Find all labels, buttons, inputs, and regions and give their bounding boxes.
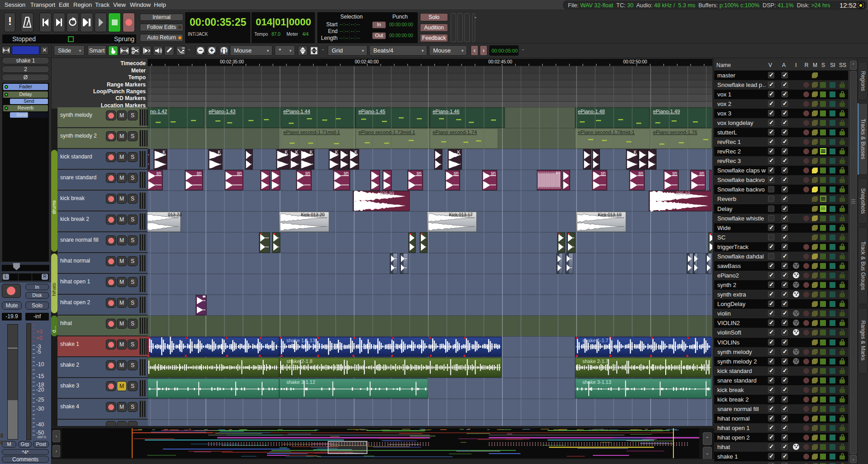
svg-text:−: − — [199, 47, 202, 54]
svg-text:sn: sn — [491, 171, 496, 176]
svg-text:ePiano-1.44: ePiano-1.44 — [283, 109, 310, 114]
svg-text:shake 1-1.7: shake 1-1.7 — [582, 338, 608, 343]
svg-text:shake 2-1.7: shake 2-1.7 — [582, 359, 608, 364]
svg-text:K: K — [295, 150, 298, 155]
svg-text:sn: sn — [699, 171, 704, 176]
svg-text:sn: sn — [156, 171, 161, 176]
svg-text:sn: sn — [196, 171, 201, 176]
svg-text:K: K — [310, 150, 313, 155]
svg-text:ePiano second-1.73mid-1: ePiano second-1.73mid-1 — [358, 129, 415, 135]
svg-text:K: K — [634, 150, 637, 155]
svg-text:sn: sn — [601, 171, 606, 176]
svg-text:K: K — [285, 150, 288, 155]
svg-text:shake 3-1.13: shake 3-1.13 — [582, 379, 611, 385]
svg-text:sn: sn — [237, 171, 242, 176]
svg-text:sn: sn — [416, 171, 421, 176]
svg-text:00:02:45:00: 00:02:45:00 — [488, 59, 512, 64]
svg-text:00:02:50:00: 00:02:50:00 — [623, 59, 647, 64]
svg-text:K: K — [354, 150, 358, 155]
svg-text:026.19: 026.19 — [676, 191, 690, 196]
svg-text:ePiano-1.49: ePiano-1.49 — [653, 109, 680, 114]
svg-text:K: K — [335, 150, 338, 155]
svg-text:shake 3-1.12: shake 3-1.12 — [286, 379, 315, 385]
svg-text:ePiano second-1.76: ePiano second-1.76 — [653, 129, 697, 135]
svg-text:K: K — [457, 150, 460, 155]
svg-text:sn: sn — [343, 171, 348, 176]
svg-text:shake 2-1.8: shake 2-1.8 — [286, 359, 312, 364]
svg-text:ePiano-1.45: ePiano-1.45 — [358, 109, 385, 114]
svg-text:shake 1-1.13: shake 1-1.13 — [286, 338, 315, 343]
svg-text:[ ]: [ ] — [222, 48, 227, 53]
svg-text:00:02:40:00: 00:02:40:00 — [355, 59, 379, 64]
svg-text:sn: sn — [305, 171, 310, 176]
svg-text:sn: sn — [638, 171, 643, 176]
svg-text:Kick 013.20: Kick 013.20 — [301, 212, 325, 217]
svg-text:no-1.42: no-1.42 — [150, 109, 167, 114]
svg-text:K: K — [218, 150, 221, 155]
svg-text:013.23: 013.23 — [168, 212, 182, 217]
svg-text:Kick 013.19: Kick 013.19 — [598, 212, 622, 217]
svg-text:+: + — [210, 47, 214, 54]
svg-text:sn: sn — [672, 171, 677, 176]
svg-text:00:02:35:00: 00:02:35:00 — [220, 59, 244, 64]
svg-text:ePiano second-1.74: ePiano second-1.74 — [433, 129, 477, 135]
svg-text:ePiano-1.43: ePiano-1.43 — [209, 109, 235, 114]
svg-text:Kick 013.17: Kick 013.17 — [449, 212, 473, 217]
svg-text:ePiano second-1.78mid-1: ePiano second-1.78mid-1 — [578, 129, 634, 135]
svg-text:sn: sn — [555, 170, 560, 175]
svg-text:ePiano-1.48: ePiano-1.48 — [578, 109, 605, 114]
svg-text:ePiano second-1.71mid-1: ePiano second-1.71mid-1 — [283, 129, 340, 135]
svg-text:ePiano-1.46: ePiano-1.46 — [433, 109, 459, 114]
svg-text:K: K — [162, 150, 166, 155]
svg-text:sn: sn — [453, 171, 458, 176]
svg-text:026.20: 026.20 — [380, 191, 394, 196]
